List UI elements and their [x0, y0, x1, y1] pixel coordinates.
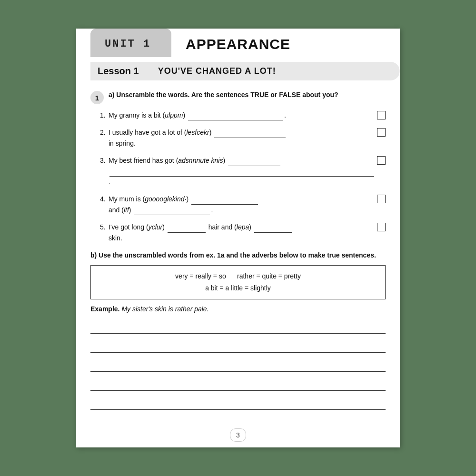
- answer-line-1[interactable]: [188, 113, 283, 120]
- writing-line-3[interactable]: [90, 357, 386, 372]
- header-area: UNIT 1 APPEARANCE: [76, 29, 400, 57]
- sentence-content-4: My mum is (gooooglekind·) and (itf) .: [109, 194, 373, 215]
- sentence-content-3: My best friend has got (adsnnnute knis) …: [109, 155, 373, 187]
- answer-line-4b[interactable]: [134, 208, 210, 215]
- exercise-1-row: 1 a) Unscramble the words. Are the sente…: [90, 90, 386, 104]
- sentence-item-4: 4. My mum is (gooooglekind·) and (itf) .: [100, 194, 386, 215]
- exercise-1a-instructions: a) Unscramble the words. Are the sentenc…: [109, 90, 386, 100]
- sentence-num-5: 5.: [100, 222, 109, 232]
- writing-line-2[interactable]: [90, 337, 386, 353]
- answer-line-3b[interactable]: [109, 169, 374, 177]
- checkbox-2[interactable]: [377, 128, 386, 137]
- checkbox-5[interactable]: [377, 223, 386, 231]
- sentence-num-1: 1.: [100, 110, 109, 120]
- scrambled-3: adsnnnute knis: [178, 157, 223, 164]
- answer-line-4a[interactable]: [191, 197, 258, 205]
- sentence-num-3: 3.: [100, 155, 109, 166]
- sentence-item-3: 3. My best friend has got (adsnnnute kni…: [100, 155, 386, 187]
- scrambled-5b: lepa: [237, 223, 249, 231]
- example-label: Example.: [90, 305, 119, 313]
- scrambled-2: lesfcekr: [186, 129, 209, 136]
- sentence-num-4: 4.: [100, 194, 109, 204]
- exercise-1b-instructions: b) Use the unscrambled words from ex. 1a…: [90, 250, 386, 260]
- sentence-item-1: 1. My granny is a bit (ulppm) .: [100, 110, 386, 120]
- lesson-title: YOU'VE CHANGED A LOT!: [158, 66, 276, 76]
- sentence-num-2: 2.: [100, 127, 109, 138]
- lesson-banner: Lesson 1 YOU'VE CHANGED A LOT!: [90, 62, 400, 80]
- example-text: My sister's skin is rather pale.: [121, 305, 208, 313]
- writing-line-5[interactable]: [90, 395, 386, 410]
- writing-line-4[interactable]: [90, 376, 386, 391]
- scrambled-5a: yclur: [149, 223, 163, 231]
- unit-tab: UNIT 1: [90, 29, 171, 57]
- sentence-content-5: I've got long (yclur) hair and (lepa) sk…: [109, 222, 373, 243]
- writing-lines: [90, 318, 386, 410]
- answer-line-2[interactable]: [214, 130, 286, 138]
- sentence-content-1: My granny is a bit (ulppm) .: [109, 110, 373, 120]
- answer-line-3a[interactable]: [228, 159, 280, 166]
- checkbox-1[interactable]: [377, 111, 386, 119]
- scrambled-4a: gooooglekind·: [145, 195, 186, 203]
- checkbox-4[interactable]: [377, 195, 386, 203]
- page-number: 3: [230, 428, 246, 442]
- answer-line-5b[interactable]: [254, 225, 292, 233]
- writing-line-1[interactable]: [90, 318, 386, 334]
- scrambled-4b: itf: [124, 206, 129, 214]
- exercise-1b: b) Use the unscrambled words from ex. 1a…: [90, 250, 386, 410]
- sentence-item-5: 5. I've got long (yclur) hair and (lepa)…: [100, 222, 386, 243]
- page: UNIT 1 APPEARANCE Lesson 1 YOU'VE CHANGE…: [76, 29, 400, 447]
- adverbs-box: very = really = so rather = quite = pret…: [90, 265, 386, 299]
- exercise-badge-1: 1: [90, 91, 104, 104]
- adverbs-row-1: very = really = so rather = quite = pret…: [100, 270, 376, 282]
- adverbs-row-2: a bit = a little = slightly: [100, 282, 376, 294]
- sentence-item-2: 2. I usually have got a lot of (lesfcekr…: [100, 127, 386, 149]
- lesson-label: Lesson 1: [98, 66, 139, 77]
- checkbox-3[interactable]: [377, 156, 386, 165]
- answer-line-5a[interactable]: [168, 225, 206, 233]
- content-area: 1 a) Unscramble the words. Are the sente…: [76, 90, 400, 410]
- scrambled-1: ulppm: [165, 111, 183, 119]
- example-line: Example. My sister's skin is rather pale…: [90, 305, 386, 313]
- sentences-list: 1. My granny is a bit (ulppm) . 2. I usu…: [100, 110, 386, 243]
- unit-label: UNIT 1: [105, 38, 151, 50]
- page-title: APPEARANCE: [186, 36, 290, 52]
- title-area: APPEARANCE: [171, 29, 400, 57]
- sentence-content-2: I usually have got a lot of (lesfcekr) i…: [109, 127, 373, 149]
